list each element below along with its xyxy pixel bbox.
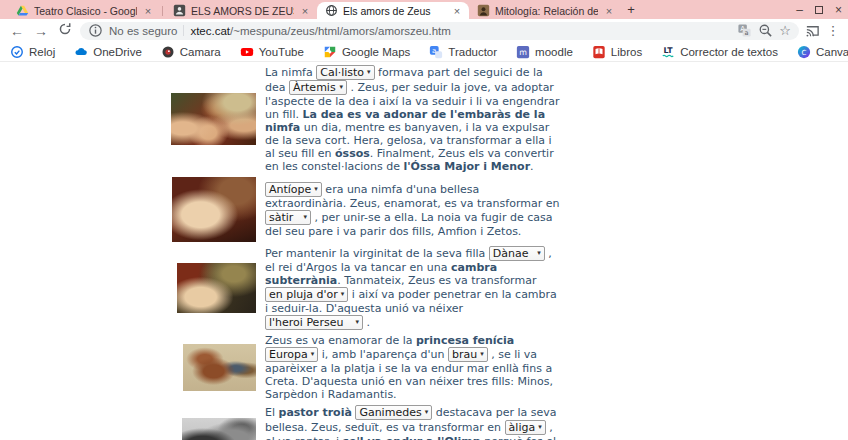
url-host: xtec.cat xyxy=(190,25,230,37)
dropdown-satir[interactable]: sàtir▾ xyxy=(265,210,311,225)
dropdown-aliga[interactable]: àliga▾ xyxy=(505,420,546,435)
bookmark-reloj[interactable]: Reloj xyxy=(10,45,55,59)
danae-painting xyxy=(177,263,256,313)
url-path: /~mespuna/zeus/html/amors/amorszeu.htm xyxy=(230,25,451,37)
story-text: Per mantenir la virginitat de la seva fi… xyxy=(265,246,560,330)
story-text: Antíope▾ era una nimfa d'una bellesa ext… xyxy=(265,182,560,238)
story-row-europa: Zeus es va enamorar de la princesa feníc… xyxy=(166,334,560,401)
dropdown-artemis[interactable]: Àrtemis▾ xyxy=(289,80,347,95)
tab-mitologia-relacion[interactable]: Mitología: Relación de Zeus con × xyxy=(469,2,621,19)
onedrive-cloud-icon xyxy=(74,45,88,59)
story-text: El pastor troià Ganimedes▾ destacava per… xyxy=(265,405,560,440)
svg-text:m: m xyxy=(519,48,527,57)
minimize-icon[interactable]: – xyxy=(796,4,803,16)
google-drive-icon xyxy=(16,4,29,17)
bookmark-canva[interactable]: C Canva xyxy=(797,45,848,59)
bookmark-camara[interactable]: Camara xyxy=(161,45,221,59)
story-row-antiope: Antíope▾ era una nimfa d'una bellesa ext… xyxy=(166,177,560,242)
browser-toolbar: ← → No es seguro xtec.cat/~mespuna/zeus/… xyxy=(0,19,848,42)
languagetool-icon: LT xyxy=(661,45,675,59)
story-text: Zeus es va enamorar de la princesa feníc… xyxy=(265,334,560,401)
bookmark-moodle[interactable]: m moodle xyxy=(516,45,573,59)
dropdown-europa[interactable]: Europa▾ xyxy=(265,347,318,362)
dropdown-arrow-icon: ▾ xyxy=(303,211,307,224)
bookmark-corrector[interactable]: LT Corrector de textos xyxy=(661,45,778,59)
tab-title: ELS AMORS DE ZEUS. Tasca dia xyxy=(191,5,294,17)
dropdown-arrow-icon: ▾ xyxy=(339,81,343,94)
tab-close-icon[interactable]: × xyxy=(603,5,615,17)
dropdown-brau[interactable]: brau▾ xyxy=(448,347,488,362)
translate-bookmark-icon: a xyxy=(429,45,443,59)
page-info-icon[interactable] xyxy=(88,23,103,38)
svg-text:LT: LT xyxy=(664,45,674,54)
dropdown-arrow-icon: ▾ xyxy=(341,288,345,301)
bookmarks-bar: Reloj OneDrive Camara YouTube Google Map… xyxy=(0,42,848,62)
dropdown-arrow-icon: ▾ xyxy=(538,421,542,434)
dropdown-arrow-icon: ▾ xyxy=(311,348,315,361)
svg-text:a: a xyxy=(745,29,749,37)
dropdown-antiope[interactable]: Antíope▾ xyxy=(265,182,322,197)
bookmark-libros[interactable]: Libros xyxy=(592,45,642,59)
books-icon xyxy=(592,45,606,59)
window-controls: – × xyxy=(796,0,842,19)
zoom-icon[interactable] xyxy=(758,23,773,38)
bookmark-onedrive[interactable]: OneDrive xyxy=(74,45,142,59)
canva-icon: C xyxy=(797,45,811,59)
cast-icon[interactable] xyxy=(805,23,820,38)
dropdown-arrow-icon: ▾ xyxy=(314,183,318,196)
dropdown-ganimedes[interactable]: Ganimedes▾ xyxy=(355,405,432,420)
presentation-icon xyxy=(173,4,186,17)
close-window-icon[interactable]: × xyxy=(835,4,842,16)
url-text: xtec.cat/~mespuna/zeus/html/amors/amorsz… xyxy=(190,25,450,37)
dropdown-arrow-icon: ▾ xyxy=(355,316,359,329)
tab-teatro-clasico[interactable]: Teatro Clasico - Google Drive × xyxy=(8,2,160,19)
address-bar[interactable]: No es seguro xtec.cat/~mespuna/zeus/html… xyxy=(80,22,799,40)
restore-icon[interactable] xyxy=(815,6,823,14)
page-content: La nimfa Cal·listo▾ formava part del seg… xyxy=(166,62,560,440)
dropdown-arrow-icon: ▾ xyxy=(480,348,484,361)
moodle-icon: m xyxy=(516,45,530,59)
portrait-icon xyxy=(477,4,490,17)
dropdown-pluja-dor[interactable]: en pluja d'or▾ xyxy=(265,287,348,302)
bookmark-google-maps[interactable]: Google Maps xyxy=(323,45,410,59)
divider xyxy=(183,25,184,36)
tab-close-icon[interactable]: × xyxy=(299,5,311,17)
tab-separator xyxy=(162,6,163,16)
security-label: No es seguro xyxy=(109,25,177,37)
youtube-icon xyxy=(240,45,254,59)
jupiter-and-antiope-painting xyxy=(172,177,256,242)
story-row-danae: Per mantenir la virginitat de la seva fi… xyxy=(166,246,560,330)
story-row-callisto: La nimfa Cal·listo▾ formava part del seg… xyxy=(166,65,560,173)
back-icon[interactable]: ← xyxy=(8,22,26,40)
globe-icon xyxy=(325,4,338,17)
tab-title: Els amors de Zeus xyxy=(343,5,446,17)
dropdown-danae[interactable]: Dànae▾ xyxy=(489,246,545,261)
dropdown-arrow-icon: ▾ xyxy=(425,406,429,419)
tab-els-amors-tasca[interactable]: ELS AMORS DE ZEUS. Tasca dia × xyxy=(165,2,317,19)
tab-close-icon[interactable]: × xyxy=(451,5,463,17)
story-text: La nimfa Cal·listo▾ formava part del seg… xyxy=(265,65,560,173)
tab-title: Teatro Clasico - Google Drive xyxy=(34,5,137,17)
new-tab-button[interactable]: + xyxy=(621,2,641,18)
europa-fresco xyxy=(183,344,256,391)
dropdown-calisto[interactable]: Cal·listo▾ xyxy=(316,65,374,80)
google-maps-icon xyxy=(323,45,337,59)
forward-icon[interactable]: → xyxy=(32,22,50,40)
tab-strip: Teatro Clasico - Google Drive × ELS AMOR… xyxy=(0,0,848,19)
story-row-ganimedes: El pastor troià Ganimedes▾ destacava per… xyxy=(166,405,560,440)
svg-text:C: C xyxy=(802,48,807,56)
bookmark-star-icon[interactable]: ☆ xyxy=(779,24,791,37)
tab-title: Mitología: Relación de Zeus con xyxy=(495,5,598,17)
translate-icon[interactable]: Aa xyxy=(737,23,752,38)
bookmark-traductor[interactable]: a Traductor xyxy=(429,45,497,59)
dropdown-arrow-icon: ▾ xyxy=(367,66,371,79)
dropdown-heroi-perseu[interactable]: l'heroi Perseu▾ xyxy=(265,315,363,330)
reload-icon[interactable] xyxy=(56,22,74,40)
bookmark-youtube[interactable]: YouTube xyxy=(240,45,304,59)
browser-menu-icon[interactable]: ⋮ xyxy=(826,23,840,38)
clock-icon xyxy=(10,45,24,59)
tab-close-icon[interactable]: × xyxy=(142,5,154,17)
camera-icon xyxy=(161,45,175,59)
tab-els-amors-de-zeus-active[interactable]: Els amors de Zeus × xyxy=(317,2,469,19)
diana-and-callisto-painting xyxy=(171,93,256,145)
